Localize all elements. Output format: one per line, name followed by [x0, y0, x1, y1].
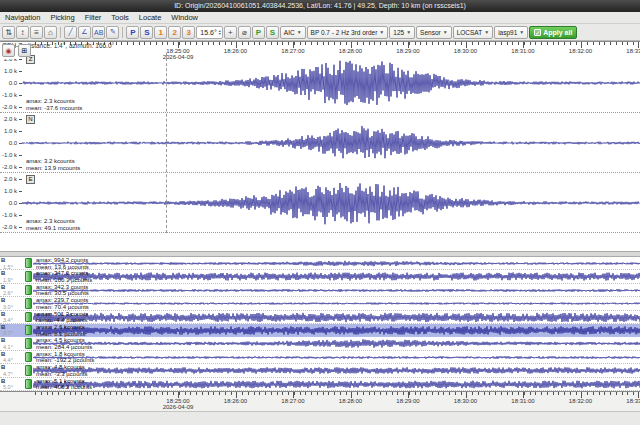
station-waveform[interactable] — [33, 284, 640, 297]
scolv-picker-window: ID: Origin/20260410061051.403844.2536, L… — [0, 0, 640, 425]
station-waveform[interactable] — [33, 378, 640, 391]
gain-dropdown[interactable]: 125 ▼ — [389, 26, 415, 39]
axis-date-label: 2026-04-09 — [158, 54, 198, 60]
seismogram-waveform[interactable] — [22, 113, 640, 173]
seismogram-waveform[interactable] — [22, 53, 640, 113]
station-code-label: B — [1, 257, 5, 263]
station-trace-row[interactable]: B4.4°amax: 1.8 kcountsmean: -192.2 µcoun… — [0, 351, 640, 364]
component-badge[interactable]: N — [26, 115, 35, 124]
default-view-icon[interactable]: ⌂ — [44, 26, 57, 39]
sort-traces-icon[interactable]: ⇅ — [2, 26, 15, 39]
chevron-down-icon: ▼ — [297, 29, 302, 35]
axis-minor-tick — [317, 42, 318, 45]
pick-s-mode-button[interactable]: S — [140, 26, 153, 39]
locator-dropdown[interactable]: LOCSAT ▼ — [453, 26, 493, 39]
station-distance-label: 3.7° — [3, 330, 13, 336]
menu-navigation[interactable]: Navigation — [0, 12, 45, 24]
station-trace-row[interactable]: B2.6°amax: 342.3 countsmean: 30.5 µcount… — [0, 284, 640, 297]
filter-dropdown[interactable]: BP 0.7 - 2 Hz 3rd order ▼ — [307, 26, 389, 39]
axis-minor-tick — [443, 42, 444, 45]
axis-minor-tick — [420, 392, 421, 395]
angle-icon[interactable]: ∠ — [78, 26, 91, 39]
y-axis-label: -1.0 k — [0, 92, 17, 98]
axis-minor-tick — [610, 42, 611, 45]
apply-all-label: Apply all — [543, 29, 572, 36]
station-waveform[interactable] — [33, 297, 640, 310]
axis-minor-tick — [121, 42, 122, 45]
menu-picking[interactable]: Picking — [45, 12, 79, 24]
station-waveform[interactable] — [33, 337, 640, 350]
axis-minor-tick — [633, 392, 634, 395]
spinner-arrows-icon[interactable]: ▴▾ — [219, 29, 221, 35]
phase-s-button[interactable]: S — [266, 26, 279, 39]
layout-button[interactable]: ⊞ — [18, 44, 31, 57]
axis-date-label: 2026-04-09 — [158, 404, 198, 410]
pick-priority-2-button[interactable]: 2 — [168, 26, 181, 39]
axis-minor-tick — [311, 42, 312, 45]
station-trace-row[interactable]: B3.7°amax: 2.6 kcountsmean: 8.2 µcounts — [0, 324, 640, 337]
station-trace-row[interactable]: B4.1°amax: 4.5 kcountsmean: 284.4 µcount… — [0, 337, 640, 350]
axis-minor-tick — [265, 42, 266, 45]
pick-p-mode-button[interactable]: P — [126, 26, 139, 39]
axis-minor-tick — [81, 392, 82, 395]
station-trace-row[interactable]: B3.4°amax: 501.3 countsmean: -4.4 µcount… — [0, 311, 640, 324]
apply-all-button[interactable]: ✓ Apply all — [529, 26, 577, 39]
axis-minor-tick — [616, 392, 617, 395]
menu-filter[interactable]: Filter — [80, 12, 107, 24]
sensor-dropdown[interactable]: Sensor ▼ — [416, 26, 452, 39]
axis-minor-tick — [242, 392, 243, 395]
y-axis-label: -1.0 k — [0, 212, 17, 218]
annotate-icon[interactable]: AB — [92, 26, 105, 39]
station-waveform[interactable] — [33, 257, 640, 270]
station-trace-row[interactable]: B1.5°amax: 994.2 countsmean: 13.6 µcount… — [0, 257, 640, 270]
trace-row-n[interactable]: 2.0 k1.0 k0.0-1.0 k-2.0 kNamax: 3.2 kcou… — [0, 113, 640, 173]
phase-p-button[interactable]: P — [252, 26, 265, 39]
station-waveform[interactable] — [33, 270, 640, 283]
station-trace-row[interactable]: B4.7°amax: 4.8 kcountsmean: -3.3 µcounts — [0, 364, 640, 377]
y-axis-label: 1.0 k — [0, 68, 17, 74]
edit-pick-icon[interactable]: ✎ — [106, 26, 119, 39]
axis-minor-tick — [604, 42, 605, 45]
marker-button[interactable]: ◉ — [2, 44, 15, 57]
station-waveform[interactable] — [33, 351, 640, 364]
trace-row-z[interactable]: 2.0 k1.0 k0.0-1.0 k-2.0 kZamax: 2.3 kcou… — [0, 53, 640, 113]
time-window-icon[interactable]: ↕ — [16, 26, 29, 39]
aic-picker-dropdown[interactable]: AIC ▼ — [280, 26, 306, 39]
seismogram-waveform[interactable] — [22, 173, 640, 233]
amplitude-labels: amax: 2.6 kcountsmean: 8.2 µcounts — [36, 324, 86, 337]
list-time-axis[interactable]: 18:25:002026-04-0918:26:0018:27:0018:28:… — [0, 391, 640, 411]
menu-locate[interactable]: Locate — [134, 12, 167, 24]
axis-minor-tick — [518, 42, 519, 45]
align-traces-icon[interactable]: ≡ — [30, 26, 43, 39]
axis-minor-tick — [530, 392, 531, 395]
menu-window[interactable]: Window — [166, 12, 203, 24]
axis-minor-tick — [271, 42, 272, 45]
axis-minor-tick — [167, 392, 168, 395]
rotation-angle-spinner[interactable]: 15.6° ▴▾ — [196, 26, 222, 39]
velocity-profile-dropdown[interactable]: iasp91 ▼ — [494, 26, 528, 39]
station-trace-row[interactable]: B5.0°amax: 5.1 kcountsmean: 406.2 ncount… — [0, 378, 640, 391]
trace-row-e[interactable]: 2.0 k1.0 k0.0-1.0 k-2.0 kEamax: 2.3 kcou… — [0, 173, 640, 233]
station-trace-row[interactable]: B1.9°amax: 347.0 countsmean: 100.3 µcoun… — [0, 270, 640, 283]
add-pick-button[interactable]: + — [224, 26, 237, 39]
titlebar: ID: Origin/20260410061051.403844.2536, L… — [0, 0, 640, 12]
hide-traces-icon[interactable]: ⌀ — [238, 26, 251, 39]
picker-waveform-panel[interactable]: QBH-Z, distance: 1.4°, azimuth: 166.0° 2… — [0, 41, 640, 251]
mean-label: mean: 100.3 µcounts — [36, 277, 92, 284]
menu-tools[interactable]: Tools — [106, 12, 134, 24]
pick-priority-1-button[interactable]: 1 — [154, 26, 167, 39]
station-waveform[interactable] — [33, 324, 640, 337]
toolbar-separator — [122, 27, 123, 38]
station-distance-label: 4.4° — [3, 357, 13, 363]
pick-priority-3-button[interactable]: 3 — [182, 26, 195, 39]
station-trace-row[interactable]: B3.0°amax: 239.7 countsmean: 70.4 µcount… — [0, 297, 640, 310]
axis-minor-tick — [185, 42, 186, 45]
axis-minor-tick — [576, 42, 577, 45]
axis-minor-tick — [501, 392, 502, 395]
axis-minor-tick — [489, 392, 490, 395]
station-status-bar — [25, 338, 32, 348]
station-waveform[interactable] — [33, 364, 640, 377]
component-badge[interactable]: E — [26, 175, 35, 184]
ruler-icon[interactable]: ╱ — [64, 26, 77, 39]
station-waveform[interactable] — [33, 311, 640, 324]
